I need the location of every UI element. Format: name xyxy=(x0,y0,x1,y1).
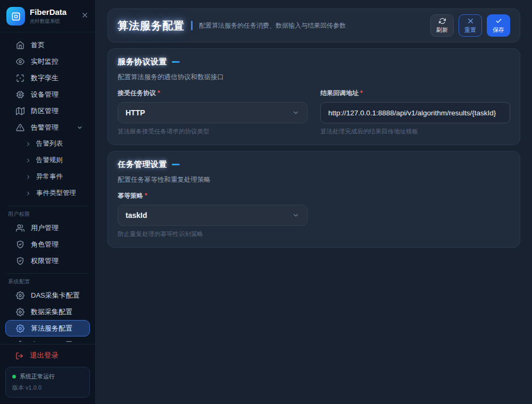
page-header: 算法服务配置 配置算法服务的任务消费、数据输入与结果回传参数 刷新 重置 保存 xyxy=(107,9,520,43)
refresh-button[interactable]: 刷新 xyxy=(430,14,454,37)
logout-label: 退出登录 xyxy=(30,351,59,360)
sidebar-item-label: DAS采集卡配置 xyxy=(31,291,80,300)
sidebar-subitem-label: 事件类型管理 xyxy=(36,189,76,198)
required-asterisk: * xyxy=(157,89,160,97)
sidebar-item-label: 数字孪生 xyxy=(31,73,59,83)
required-asterisk: * xyxy=(145,192,147,199)
protocol-select[interactable]: HTTP xyxy=(118,102,307,123)
sidebar-item-label: 用户管理 xyxy=(31,223,59,233)
card-description: 配置算法服务的通信协议和数据接口 xyxy=(118,73,510,82)
card-title: 任务管理设置 xyxy=(118,159,167,170)
sidebar-subitem-event-types[interactable]: 事件类型管理 xyxy=(0,185,95,201)
field-help-text: 算法处理完成后的结果回传地址模板 xyxy=(320,128,510,136)
sidebar-subitem-label: 告警列表 xyxy=(36,139,63,148)
sidebar-subitem-abnormal-events[interactable]: 异常事件 xyxy=(0,169,95,185)
idempotency-select[interactable]: taskId xyxy=(118,205,307,226)
sidebar-subitem-alarm-rules[interactable]: 告警规则 xyxy=(0,152,95,169)
chevron-right-icon xyxy=(26,191,31,196)
sidebar-subitem-alarm-list[interactable]: 告警列表 xyxy=(0,136,95,152)
chevron-down-icon xyxy=(77,124,83,131)
card-description: 配置任务幂等性和重复处理策略 xyxy=(118,175,510,184)
title-dash-accent xyxy=(172,61,180,63)
status-text: 系统正常运行 xyxy=(20,373,55,381)
sidebar-item-algorithm-service-config[interactable]: 算法服务配置 xyxy=(5,320,90,336)
sidebar-item-label: 角色管理 xyxy=(31,240,59,249)
app-logo-icon xyxy=(6,7,25,26)
shield-check-icon xyxy=(16,257,24,265)
sidebar-collapse-icon[interactable] xyxy=(81,12,88,19)
sidebar-item-permission-management[interactable]: 权限管理 xyxy=(5,252,90,269)
header-actions: 刷新 重置 保存 xyxy=(430,14,510,37)
section-label-system-config: 系统配置 xyxy=(0,274,95,287)
sidebar-item-zones[interactable]: 防区管理 xyxy=(5,103,90,119)
app-title: FiberData xyxy=(30,7,66,17)
page-title: 算法服务配置 xyxy=(118,19,185,33)
reset-button[interactable]: 重置 xyxy=(459,14,482,37)
version-text: 版本 v1.0.0 xyxy=(12,384,83,392)
field-help-text: 防止重复处理的幂等性识别策略 xyxy=(118,230,307,238)
field-label: 幂等策略* xyxy=(118,191,307,200)
sidebar-item-label: 告警管理 xyxy=(31,123,59,132)
field-label: 结果回调地址* xyxy=(320,89,510,98)
required-asterisk: * xyxy=(360,89,363,97)
task-management-card: 任务管理设置 配置任务幂等性和重复处理策略 幂等策略* taskId 防止重复处… xyxy=(107,151,520,248)
sidebar-item-role-management[interactable]: 角色管理 xyxy=(5,236,90,252)
sidebar-subitem-label: 异常事件 xyxy=(36,172,63,181)
sidebar-item-digital-twin[interactable]: 数字孪生 xyxy=(5,70,90,86)
scan-icon xyxy=(16,74,24,82)
logout-button[interactable]: 退出登录 xyxy=(0,344,95,366)
idempotency-field: 幂等策略* taskId 防止重复处理的幂等性识别策略 xyxy=(118,191,307,238)
gear-icon xyxy=(16,341,24,342)
main-content: 算法服务配置 配置算法服务的任务消费、数据输入与结果回传参数 刷新 重置 保存 … xyxy=(96,0,532,404)
gear-icon xyxy=(16,308,24,316)
section-label-user-permissions: 用户权限 xyxy=(0,206,95,220)
chevron-right-icon xyxy=(26,141,31,147)
sidebar-item-app-service-config[interactable]: 应用服务配置 xyxy=(5,336,90,342)
cpu-icon xyxy=(16,90,24,99)
callback-url-field: 结果回调地址* 算法处理完成后的结果回传地址模板 xyxy=(320,89,510,136)
logo-text: FiberData 光纤数据系统 xyxy=(30,7,66,25)
app-subtitle: 光纤数据系统 xyxy=(30,18,66,25)
sidebar-item-label: 首页 xyxy=(31,40,45,50)
eye-icon xyxy=(16,57,24,66)
reset-label: 重置 xyxy=(464,26,476,34)
sidebar: FiberData 光纤数据系统 首页 实时监控 数字孪生 设备管理 防区管理 xyxy=(0,0,96,404)
field-label: 接受任务协议* xyxy=(118,89,307,98)
sidebar-item-label: 权限管理 xyxy=(31,256,59,266)
protocol-select-value: HTTP xyxy=(126,108,145,117)
home-icon xyxy=(16,41,24,49)
sidebar-item-monitor[interactable]: 实时监控 xyxy=(5,53,90,70)
refresh-label: 刷新 xyxy=(436,26,448,34)
chevron-right-icon xyxy=(26,174,31,180)
alert-triangle-icon xyxy=(16,123,24,132)
sidebar-item-data-collection-config[interactable]: 数据采集配置 xyxy=(5,304,90,320)
status-dot xyxy=(12,375,16,378)
check-icon xyxy=(495,18,502,24)
page-subtitle: 配置算法服务的任务消费、数据输入与结果回传参数 xyxy=(199,21,346,30)
users-icon xyxy=(16,224,24,232)
sidebar-item-label: 算法服务配置 xyxy=(31,324,72,333)
sidebar-item-home[interactable]: 首页 xyxy=(5,37,90,53)
sidebar-item-user-management[interactable]: 用户管理 xyxy=(5,220,90,236)
sidebar-item-das-card-config[interactable]: DAS采集卡配置 xyxy=(5,287,90,304)
logo-row: FiberData 光纤数据系统 xyxy=(0,0,95,32)
gear-icon xyxy=(16,324,24,333)
service-protocol-card: 服务协议设置 配置算法服务的通信协议和数据接口 接受任务协议* HTTP 算法服… xyxy=(107,48,520,145)
field-help-text: 算法服务接受任务请求的协议类型 xyxy=(118,128,307,136)
callback-url-input[interactable] xyxy=(320,102,510,123)
sidebar-item-label: 设备管理 xyxy=(31,90,59,99)
chevron-down-icon xyxy=(292,109,300,116)
sidebar-nav: 首页 实时监控 数字孪生 设备管理 防区管理 告警管理 告警列表 xyxy=(0,32,95,342)
save-button[interactable]: 保存 xyxy=(487,14,510,37)
refresh-icon xyxy=(439,18,446,24)
gear-icon xyxy=(16,291,24,300)
idempotency-select-value: taskId xyxy=(126,211,147,220)
sidebar-item-label: 数据采集配置 xyxy=(31,307,72,317)
protocol-field: 接受任务协议* HTTP 算法服务接受任务请求的协议类型 xyxy=(118,89,307,136)
shield-check-icon xyxy=(16,240,24,249)
system-status-card: 系统正常运行 版本 v1.0.0 xyxy=(5,367,90,398)
save-label: 保存 xyxy=(493,26,504,34)
sidebar-item-alarms[interactable]: 告警管理 xyxy=(5,119,90,136)
sidebar-item-devices[interactable]: 设备管理 xyxy=(5,86,90,103)
sidebar-item-label: 防区管理 xyxy=(31,106,59,116)
